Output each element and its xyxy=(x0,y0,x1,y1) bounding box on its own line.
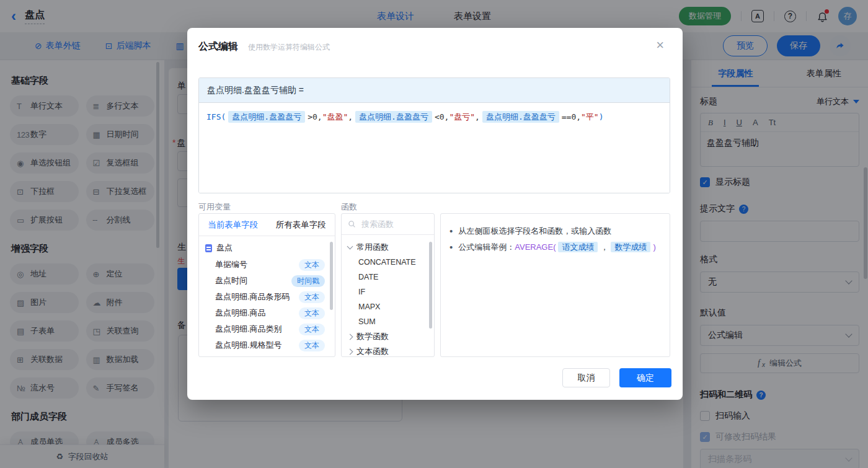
app-window: ‹ 盘点 表单设计 表单设置 数据管理 A ? 存 ⊘ 表单外链 xyxy=(0,0,868,468)
modal-footer: 取消 确定 xyxy=(562,368,671,387)
formula-token[interactable]: 盘点明细.盘盈盘亏 xyxy=(228,111,305,123)
formula-token[interactable]: >0, xyxy=(308,112,322,121)
variable-row[interactable]: 盘点时间 时间戳 xyxy=(199,273,335,289)
formula-token[interactable]: , xyxy=(475,112,480,121)
variable-row[interactable]: 盘点明细.商品 文本 xyxy=(199,305,335,321)
variables-scrollbar[interactable] xyxy=(330,242,333,310)
variable-name: 盘点明细.商品类别 xyxy=(215,324,299,335)
bullet-icon: • xyxy=(450,239,453,255)
variables-tree: 盘点 单据编号 文本 盘点时间 时间戳 xyxy=(199,236,335,353)
tips-panel: • 从左侧面板选择字段名和函数，或输入函数 • 公式编辑举例：AVERAGE(语… xyxy=(440,213,670,357)
function-items: CONCATENATEDATEIFMAPXSUM xyxy=(342,255,434,329)
formula-token[interactable]: "盘盈" xyxy=(322,112,348,121)
function-search-input[interactable] xyxy=(360,219,422,229)
close-icon[interactable]: × xyxy=(652,38,668,53)
example-function: AVERAGE( xyxy=(515,242,556,252)
chevron-right-icon xyxy=(347,333,353,340)
function-item[interactable]: MAPX xyxy=(342,299,434,314)
function-group-common[interactable]: 常用函数 xyxy=(342,240,434,255)
function-item[interactable]: CONCATENATE xyxy=(342,255,434,270)
tab-all-form-fields[interactable]: 所有表单字段 xyxy=(267,214,335,236)
variables-label: 可用变量 xyxy=(198,201,231,213)
variables-rows: 单据编号 文本 盘点时间 时间戳 盘点明细.商品条形码 文本 xyxy=(199,257,335,353)
bullet-icon: • xyxy=(450,223,453,239)
variables-root-label: 盘点 xyxy=(216,242,232,254)
variable-type-badge: 文本 xyxy=(299,291,325,303)
variable-name: 盘点明细.商品条形码 xyxy=(215,291,299,302)
formula-token[interactable]: 盘点明细.盘盈盘亏 xyxy=(482,111,559,123)
variable-type-badge: 文本 xyxy=(299,307,325,319)
search-icon xyxy=(348,220,356,228)
formula-token[interactable]: IFS( xyxy=(206,112,226,121)
function-group-label: 常用函数 xyxy=(356,242,389,253)
functions-scrollbar[interactable] xyxy=(429,242,432,329)
variable-row[interactable]: 盘点明细.规格型号 文本 xyxy=(199,337,335,353)
variable-name: 盘点时间 xyxy=(215,275,291,286)
tip-line-2: • 公式编辑举例：AVERAGE(语文成绩，数学成绩) xyxy=(450,239,661,255)
formula-token[interactable]: ) xyxy=(599,112,604,121)
variable-row[interactable]: 盘点明细.商品条形码 文本 xyxy=(199,289,335,305)
variable-type-badge: 文本 xyxy=(299,259,325,271)
function-item[interactable]: SUM xyxy=(342,314,434,329)
functions-panel: 常用函数 CONCATENATEDATEIFMAPXSUM 数学函数 文本函数 xyxy=(341,213,435,357)
variable-name: 盘点明细.商品 xyxy=(215,307,299,319)
variable-row[interactable]: 单据编号 文本 xyxy=(199,257,335,273)
example-field-chip: 语文成绩 xyxy=(558,242,598,252)
functions-tree: 常用函数 CONCATENATEDATEIFMAPXSUM 数学函数 文本函数 xyxy=(342,235,434,357)
cancel-button[interactable]: 取消 xyxy=(562,368,610,387)
chevron-right-icon xyxy=(347,348,353,355)
variable-type-badge: 时间戳 xyxy=(291,275,325,287)
formula-token[interactable]: "平" xyxy=(581,112,599,121)
formula-box: 盘点明细.盘盈盘亏辅助 = IFS(盘点明细.盘盈盘亏>0,"盘盈",盘点明细.… xyxy=(198,77,670,193)
variable-name: 单据编号 xyxy=(215,259,299,270)
form-doc-icon xyxy=(205,244,212,252)
modal-subtitle: 使用数学运算符编辑公式 xyxy=(248,42,330,53)
formula-editor-area[interactable]: IFS(盘点明细.盘盈盘亏>0,"盘盈",盘点明细.盘盈盘亏<0,"盘亏",盘点… xyxy=(199,103,670,193)
variables-panel: 当前表单字段 所有表单字段 盘点 单据编号 文本 xyxy=(198,213,335,357)
function-group-label: 文本函数 xyxy=(356,346,389,357)
chevron-down-icon xyxy=(347,244,353,250)
formula-target: 盘点明细.盘盈盘亏辅助 = xyxy=(199,78,670,103)
variables-tabs: 当前表单字段 所有表单字段 xyxy=(199,214,335,236)
formula-token[interactable]: "盘亏" xyxy=(449,112,475,121)
formula-token[interactable]: <0, xyxy=(435,112,449,121)
function-item[interactable]: IF xyxy=(342,285,434,299)
function-item[interactable]: DATE xyxy=(342,270,434,285)
modal-title: 公式编辑 xyxy=(198,40,238,53)
function-group-math[interactable]: 数学函数 xyxy=(342,329,434,344)
variables-root-node[interactable]: 盘点 xyxy=(199,239,335,257)
example-function: ) xyxy=(653,242,655,252)
function-group-label: 数学函数 xyxy=(356,331,389,342)
variable-type-badge: 文本 xyxy=(299,324,325,335)
function-group-text[interactable]: 文本函数 xyxy=(342,344,434,357)
variable-name: 盘点明细.规格型号 xyxy=(215,340,299,351)
functions-label: 函数 xyxy=(341,201,357,213)
formula-token[interactable]: , xyxy=(348,112,353,121)
example-field-chip: 数学成绩 xyxy=(611,242,650,252)
formula-token[interactable]: 盘点明细.盘盈盘亏 xyxy=(355,111,432,123)
formula-token[interactable]: ==0, xyxy=(562,112,581,121)
modal-header: 公式编辑 使用数学运算符编辑公式 xyxy=(187,28,683,53)
confirm-button[interactable]: 确定 xyxy=(619,368,671,387)
variable-type-badge: 文本 xyxy=(299,340,325,351)
tab-current-form-fields[interactable]: 当前表单字段 xyxy=(199,214,267,236)
function-search[interactable] xyxy=(342,214,434,235)
tip-line-1: • 从左侧面板选择字段名和函数，或输入函数 xyxy=(450,223,661,239)
variable-row[interactable]: 盘点明细.商品类别 文本 xyxy=(199,321,335,337)
formula-editor-modal: 公式编辑 使用数学运算符编辑公式 × 盘点明细.盘盈盘亏辅助 = IFS(盘点明… xyxy=(187,28,683,400)
example-prefix: 公式编辑举例： xyxy=(458,242,515,252)
